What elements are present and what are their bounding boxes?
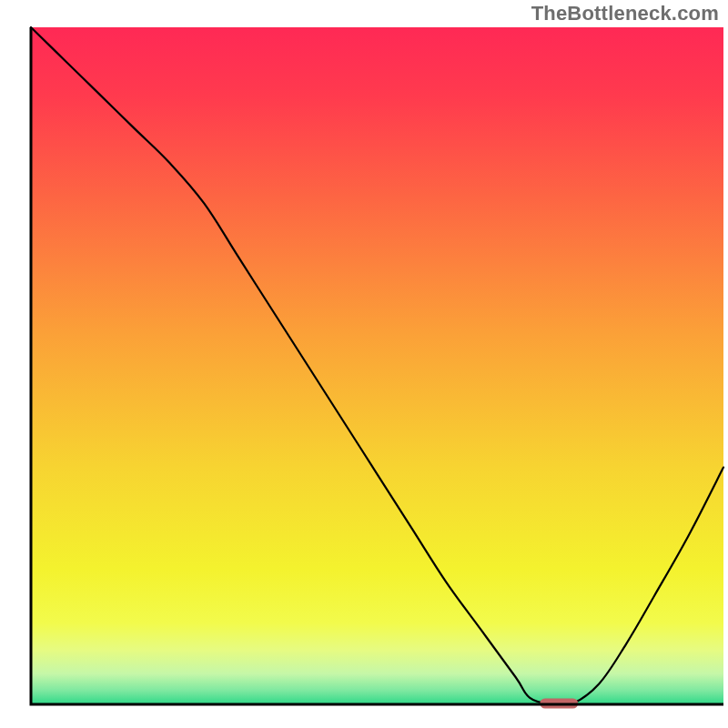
watermark-text: TheBottleneck.com [531,2,719,25]
chart-container: TheBottleneck.com [0,0,728,728]
bottleneck-chart [0,0,728,728]
